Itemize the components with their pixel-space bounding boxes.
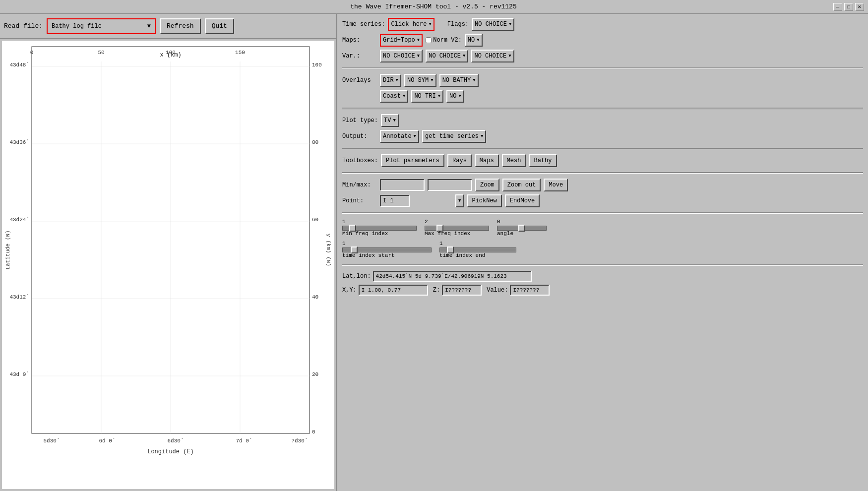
z-value: I??????? (442, 285, 482, 296)
var-label: Var.: (342, 53, 377, 60)
move-button[interactable]: Move (544, 179, 568, 191)
norm-value-button[interactable]: NO ▼ (465, 34, 483, 47)
maps-row: Maps: Grid+Topo ▼ Norm V2: NO ▼ (342, 34, 863, 47)
plot-type-row: Plot type: TV ▼ (342, 114, 863, 127)
xy-value: I 1.00, 0.77 (359, 285, 428, 296)
minmax-label: Min/max: (342, 182, 377, 188)
svg-text:20: 20 (312, 371, 318, 377)
left-panel: Read file: Bathy log file ▼ Refresh Quit… (0, 14, 337, 491)
time-series-label: Time series: (342, 21, 385, 28)
svg-text:150: 150 (235, 50, 245, 56)
norm-v2-checkbox[interactable] (426, 37, 432, 43)
overlay5-button[interactable]: NO TRI ▼ (411, 90, 443, 103)
divider6 (342, 264, 863, 266)
plot-type-label: Plot type: (342, 117, 378, 124)
divider1 (342, 67, 863, 69)
angle-slider[interactable] (497, 226, 547, 231)
output2-button[interactable]: get time series ▼ (422, 130, 486, 143)
xy-label: X,Y: (342, 287, 357, 294)
max-freq-slider[interactable] (425, 226, 489, 231)
value-display: I??????? (510, 285, 550, 296)
z-label: Z: (433, 287, 440, 294)
slider4-value: 1 (342, 241, 346, 246)
lat-lon-row: Lat,lon: 42d54.415`N 5d 9.739`E/42.90691… (342, 271, 863, 282)
minimize-button[interactable]: ─ (833, 3, 842, 11)
toolbox2-button[interactable]: Rays (447, 154, 472, 167)
plot-type-button[interactable]: TV ▼ (381, 114, 399, 127)
svg-text:7d30`: 7d30` (291, 438, 308, 444)
max-value-input[interactable]: I 100.000 (428, 179, 472, 191)
restore-button[interactable]: □ (844, 3, 853, 11)
time-series-arrow: ▼ (429, 22, 431, 27)
point-input[interactable] (380, 195, 410, 207)
toolbox3-button[interactable]: Maps (475, 154, 499, 167)
svg-text:Latitude (N): Latitude (N) (5, 230, 11, 269)
window-controls[interactable]: ─ □ ✕ (833, 3, 864, 11)
point-row: Point: ▼ PickNew EndMove (342, 194, 863, 207)
file-input-box[interactable]: Bathy log file ▼ (47, 18, 156, 34)
var2-button[interactable]: NO CHOICE ▼ (426, 50, 468, 62)
svg-text:7d 0`: 7d 0` (236, 438, 252, 444)
overlay4-button[interactable]: Coast ▼ (380, 90, 408, 103)
toolbox1-button[interactable]: Plot parameters (381, 154, 444, 167)
maps-arrow: ▼ (417, 38, 420, 43)
window-title: the Wave Ifremer-SHOM tool - v2.5 - rev1… (34, 3, 833, 10)
norm-arrow: ▼ (477, 38, 479, 43)
title-bar: the Wave Ifremer-SHOM tool - v2.5 - rev1… (0, 0, 868, 14)
point-label: Point: (342, 197, 377, 204)
norm-label: Norm V2: (433, 37, 462, 44)
time-end-slider[interactable] (439, 247, 516, 252)
toolbar: Read file: Bathy log file ▼ Refresh Quit (0, 14, 336, 39)
pick-new-button[interactable]: PickNew (467, 194, 501, 207)
time-series-row: Time series: Click here ▼ Flags: NO CHOI… (342, 18, 863, 31)
slider3-group: 0 angle (497, 219, 547, 238)
svg-text:y (km) (N): y (km) (N) (325, 234, 331, 266)
slider3-label: angle (497, 231, 513, 237)
time-series-button[interactable]: Click here ▼ (388, 18, 434, 31)
overlay1-button[interactable]: DIR ▼ (380, 74, 401, 87)
value-label: Value: (487, 287, 508, 294)
divider5 (342, 212, 863, 214)
divider4 (342, 172, 863, 174)
var3-button[interactable]: NO CHOICE ▼ (471, 50, 514, 62)
zoom-button[interactable]: Zoom (475, 179, 499, 191)
toolbox4-button[interactable]: Mesh (502, 154, 526, 167)
output-row: Output: Annotate ▼ get time series ▼ (342, 130, 863, 143)
overlay2-button[interactable]: NO SYM ▼ (404, 74, 436, 87)
slider2-value: 2 (425, 219, 428, 225)
refresh-button[interactable]: Refresh (160, 18, 201, 34)
overlay3-button[interactable]: NO BATHY ▼ (439, 74, 479, 87)
output1-button[interactable]: Annotate ▼ (380, 130, 419, 143)
toolboxes-row: Toolboxes: Plot parameters Rays Maps Mes… (342, 154, 863, 167)
zoom-out-button[interactable]: Zoom out (502, 179, 541, 191)
xy-row: X,Y: I 1.00, 0.77 Z: I??????? Value: I??… (342, 285, 863, 296)
svg-text:43d12`: 43d12` (9, 294, 29, 300)
min-freq-slider[interactable] (342, 226, 417, 231)
time-start-slider[interactable] (342, 247, 432, 252)
min-value-input[interactable]: I 0.00000 (380, 179, 425, 191)
var1-button[interactable]: NO CHOICE ▼ (380, 50, 423, 62)
slider5-value: 1 (439, 241, 443, 246)
maps-button[interactable]: Grid+Topo ▼ (380, 34, 423, 47)
svg-text:6d30`: 6d30` (167, 438, 184, 444)
slider-group2-vals: 1 time index start 1 time index end (342, 241, 863, 259)
overlay6-button[interactable]: NO ▼ (446, 90, 464, 103)
toolbox5-button[interactable]: Bathy (529, 154, 557, 167)
svg-text:0: 0 (312, 429, 315, 435)
flags-label: Flags: (447, 21, 469, 28)
flags-button[interactable]: NO CHOICE ▼ (472, 18, 514, 31)
slider1-value: 1 (342, 219, 346, 225)
quit-button[interactable]: Quit (205, 18, 234, 34)
norm-v2-checkbox-label[interactable]: Norm V2: (426, 37, 462, 44)
svg-text:43d48`: 43d48` (9, 62, 29, 68)
lat-lon-label: Lat,lon: (342, 273, 371, 280)
slider1-group: 1 Min freq index (342, 219, 417, 238)
close-button[interactable]: ✕ (855, 3, 864, 11)
svg-text:80: 80 (312, 139, 318, 145)
slider2-group: 2 Max freq index (425, 219, 489, 238)
svg-text:100: 100 (312, 62, 322, 68)
main-content: Read file: Bathy log file ▼ Refresh Quit… (0, 14, 868, 491)
point-dropdown[interactable]: ▼ (455, 194, 464, 207)
end-move-button[interactable]: EndMove (505, 194, 540, 207)
slider2-label: Max freq index (425, 231, 470, 237)
